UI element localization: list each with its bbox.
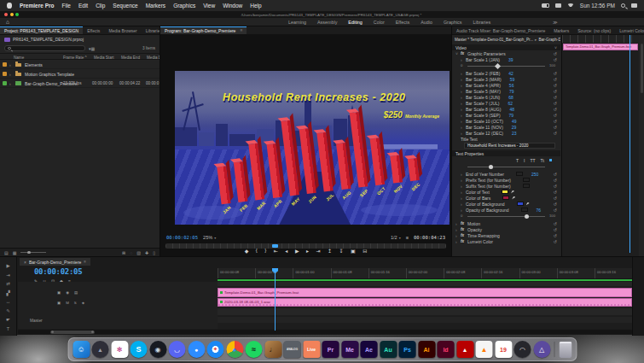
delete-button[interactable]: ▯	[153, 250, 155, 255]
calendar[interactable]: 19	[495, 341, 512, 358]
panel-tab[interactable]: Libraries	[142, 26, 160, 34]
trash-icon[interactable]	[559, 342, 571, 358]
eyedropper-icon[interactable]	[511, 190, 514, 194]
text-param-row[interactable]: › Suffix Text (for Number) ↺	[452, 183, 560, 189]
opacity-slider[interactable]: 0 100	[461, 213, 555, 220]
menu-edit[interactable]: Edit	[78, 3, 88, 9]
video-section-header[interactable]: Video ˅	[452, 44, 560, 50]
workspace-overflow-icon[interactable]: ≫	[553, 20, 558, 25]
font-size-slider[interactable]	[461, 163, 555, 171]
workspace-tab[interactable]: Editing	[348, 20, 362, 25]
audio-clip[interactable]: 2020-03-18 08-06-03_1.wav	[218, 298, 632, 307]
audition[interactable]: Au	[380, 341, 397, 358]
apple-menu-icon[interactable]	[7, 3, 12, 9]
column-header[interactable]: Name	[14, 56, 24, 60]
param-value[interactable]: 79	[509, 113, 514, 118]
zoom-window-button[interactable]	[15, 13, 19, 16]
reset-icon[interactable]: ↺	[554, 83, 557, 88]
reset-icon[interactable]: ↺	[554, 233, 557, 238]
reset-icon[interactable]: ↺	[554, 221, 557, 226]
timeline-zoom-handle[interactable]	[50, 331, 95, 334]
param-row[interactable]: › Bar Scale 4 (APR) 56 ↺	[452, 82, 560, 88]
text-param-row[interactable]: › Color of Bars ↺	[452, 195, 560, 201]
param-value[interactable]: 62	[508, 101, 513, 106]
reset-icon[interactable]: ↺	[554, 95, 557, 100]
program-timecode[interactable]: 00:00:02:05	[166, 235, 198, 240]
master-clip-name[interactable]: Master * Template-Demo-01_Bar-Graph_Pr..…	[455, 38, 533, 42]
wifi-icon[interactable]	[567, 3, 574, 9]
panel-tab[interactable]: Markers	[549, 26, 573, 34]
reset-icon[interactable]: ↺	[554, 196, 557, 201]
panel-tab[interactable]: Effects	[83, 26, 104, 34]
param-value[interactable]: 29	[512, 125, 517, 130]
small-caps-icon[interactable]: Tt	[541, 158, 544, 163]
param-value[interactable]: 59	[510, 77, 515, 82]
after-effects[interactable]: Ae	[361, 341, 378, 358]
control-center-icon[interactable]	[631, 3, 637, 8]
skype[interactable]: S	[131, 341, 148, 358]
mini-timeline-clip[interactable]: Template-Demo-01_Bar-Graph_Premium-feat	[563, 44, 638, 50]
spotlight-icon[interactable]	[621, 3, 625, 8]
label-color-chip[interactable]	[3, 62, 7, 67]
program-video-frame[interactable]: Household Rent Increases - 2020 $250 Mon…	[175, 71, 450, 225]
text-param-row[interactable]: › End of Year Number 250 ↺	[452, 171, 560, 177]
color-swatch[interactable]	[517, 202, 524, 206]
pen-tool[interactable]: ✎	[6, 308, 10, 313]
panel-menu-icon[interactable]: ≡	[241, 28, 243, 32]
menu-clip[interactable]: Clip	[96, 3, 105, 9]
workspace-tab[interactable]: Graphics	[444, 20, 462, 25]
go-to-in-button[interactable]: ⇤	[274, 248, 278, 254]
panel-menu-icon[interactable]: ≡	[84, 260, 86, 264]
program-monitor-tab[interactable]: Program: Bar-Graph-Demo_Premiere ≡	[160, 26, 247, 34]
panel-tab[interactable]: Source: (no clips)	[573, 26, 615, 34]
vlc[interactable]: ▲	[476, 341, 493, 358]
color-swatch[interactable]	[521, 208, 528, 212]
settings-wrench-icon[interactable]: ≡	[406, 235, 409, 240]
workspace-tab[interactable]: Libraries	[473, 20, 491, 25]
param-value[interactable]: 79	[509, 89, 514, 94]
comparison-view-button[interactable]: ⊟	[363, 248, 367, 254]
project-breadcrumb[interactable]: PR6143_TEMPLATE_DESIGN.prproj	[0, 35, 160, 44]
step-forward-button[interactable]: ▸	[306, 248, 309, 254]
obs[interactable]: △	[533, 341, 550, 358]
param-value[interactable]: 48	[509, 107, 514, 112]
mic-icon[interactable]: ◈	[82, 301, 84, 305]
reset-icon[interactable]: ↺	[554, 89, 557, 94]
column-header[interactable]: Media End	[121, 56, 140, 60]
color-swatch[interactable]	[523, 184, 530, 188]
color-swatch[interactable]	[502, 190, 508, 194]
project-item-row[interactable]: › Motion Graphics Template	[0, 69, 160, 79]
icon-view-button[interactable]: ▦	[13, 250, 17, 255]
launchpad[interactable]: ▲	[92, 341, 109, 358]
param-row[interactable]: › Bar Scale 2 (FEB) 42 ↺	[452, 70, 560, 76]
new-item-button[interactable]: ✚	[145, 250, 148, 255]
menu-view[interactable]: View	[203, 3, 215, 9]
workspace-tab[interactable]: Color	[374, 20, 385, 25]
timeline-tab[interactable]: × Bar-Graph-Demo_Premiere ≡	[20, 258, 90, 266]
acrobat[interactable]: ▲	[456, 341, 473, 358]
steam[interactable]: ◉	[149, 341, 166, 358]
app-menu[interactable]: Premiere Pro	[20, 3, 54, 9]
minimize-window-button[interactable]	[10, 13, 14, 16]
eyedropper-icon[interactable]	[512, 196, 515, 200]
param-row[interactable]: › Bar Scale 12 (DEC) 23 ↺	[452, 130, 560, 136]
spotify[interactable]: ≈	[246, 341, 263, 358]
find-button[interactable]: ◌	[130, 250, 132, 255]
mini-timeline-ruler[interactable]	[562, 35, 639, 43]
finder[interactable]: ☺	[73, 341, 90, 358]
param-value[interactable]: 68	[508, 95, 513, 100]
param-row[interactable]: › Bar Scale 10 (OCT) 49 ↺	[452, 118, 560, 124]
reset-icon[interactable]: ↺	[554, 172, 557, 177]
eyedropper-icon[interactable]	[526, 202, 530, 206]
bar-scale-1-slider-handle[interactable]	[495, 62, 501, 68]
param-row[interactable]: › Bar Scale 11 (NOV) 29 ↺	[452, 124, 560, 130]
all-caps-icon[interactable]: TT	[530, 158, 535, 163]
twirl-icon[interactable]: ›	[9, 81, 11, 86]
text-param-row[interactable]: › Color of Background ↺	[452, 201, 560, 207]
param-row[interactable]: › Bar Scale 5 (MAY) 79 ↺	[452, 88, 560, 94]
label-color-chip[interactable]	[3, 81, 7, 85]
param-row[interactable]: › Bar Scale 8 (AUG) 48 ↺	[452, 106, 560, 112]
text-param-row[interactable]: › Color of Text ↺	[452, 189, 560, 195]
faux-italic-icon[interactable]: I	[524, 158, 525, 163]
twirl-icon[interactable]: ›	[9, 72, 11, 77]
